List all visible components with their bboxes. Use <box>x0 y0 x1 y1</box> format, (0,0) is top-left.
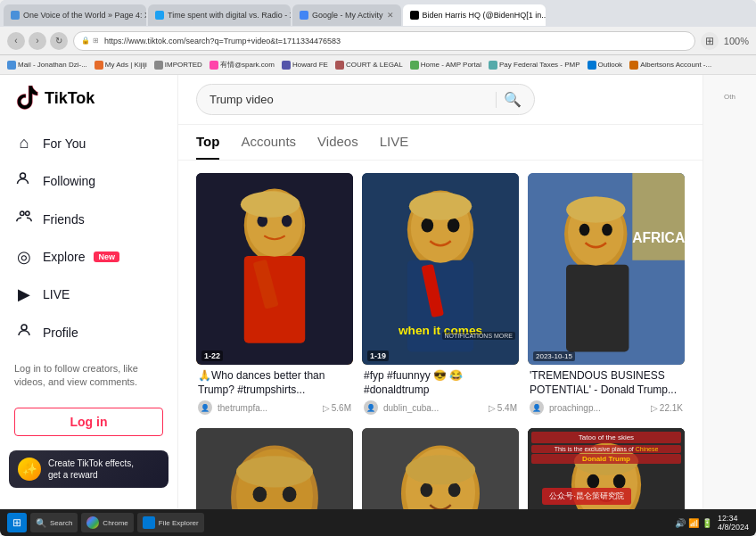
svg-point-0 <box>21 173 26 178</box>
explore-icon: ◎ <box>14 247 34 267</box>
login-button[interactable]: Log in <box>14 408 163 436</box>
sidebar-login-text: Log in to follow creators, like videos, … <box>0 351 177 400</box>
search-divider <box>496 92 497 108</box>
video-overlay-6: Tatoo of the skies This is the exclusive… <box>531 432 681 464</box>
sidebar-label-for-you: For You <box>43 136 86 151</box>
tiktok-logo-text: TikTok <box>45 89 94 108</box>
video-card-1[interactable]: 1-22 🙏Who dances better than Trump? #tru… <box>196 173 353 419</box>
sidebar-label-live: LIVE <box>43 287 70 301</box>
bookmark-home-amp[interactable]: Home - AMP Portal <box>410 61 481 70</box>
video-thumb-5 <box>362 428 519 509</box>
bookmark-mail[interactable]: Mail - Jonathan Dzi-... <box>7 61 87 70</box>
tab-top[interactable]: Top <box>196 125 219 160</box>
svg-rect-22 <box>632 173 685 260</box>
friends-icon <box>14 209 34 229</box>
svg-point-19 <box>409 193 472 220</box>
svg-rect-24 <box>566 265 629 352</box>
video-title-1: 🙏Who dances better than Trump? #trumpshi… <box>198 369 351 397</box>
bookmark-pay-federal[interactable]: Pay Federal Taxes - PMP <box>489 61 580 70</box>
video-card-6[interactable]: Tatoo of the skies This is the exclusive… <box>528 428 685 509</box>
effects-banner[interactable]: ✨ Create TikTok effects, get a reward <box>9 450 168 488</box>
video-avatar-2: 👤 <box>364 400 378 415</box>
nav-buttons: ‹ › ↻ <box>7 32 68 50</box>
taskbar-explorer-label: File Explorer <box>159 519 199 527</box>
video-views-1: ▷ 5.6M <box>323 403 351 413</box>
start-button[interactable]: ⊞ <box>7 513 27 532</box>
bookmark-spark[interactable]: 有情@spark.com <box>210 60 275 70</box>
address-box[interactable]: 🔒 ⊞ https://www.tiktok.com/search?q=Trum… <box>73 31 695 51</box>
play-icon-3: ▷ <box>651 403 658 413</box>
taskbar-chrome-label: Chrome <box>103 519 127 527</box>
tab-accounts[interactable]: Accounts <box>241 125 296 160</box>
sidebar-label-explore: Explore <box>43 250 85 264</box>
video-thumb-1: 1-22 <box>196 173 353 365</box>
video-card-2[interactable]: when it comes 1-19 NOTIFICATIONS MORE #f… <box>362 173 519 419</box>
svg-point-1 <box>21 211 25 216</box>
tab-close-3[interactable]: ✕ <box>387 11 394 20</box>
video-thumb-4 <box>196 428 353 509</box>
video-author-3: proachingp... <box>549 403 645 413</box>
video-title-2: #fyp #fuunnyy 😎 😂 #donaldtrump <box>364 369 517 397</box>
shield-icon: ⊞ <box>93 37 99 45</box>
video-watermark-2: NOTIFICATIONS MORE <box>362 332 519 340</box>
svg-point-36 <box>236 457 313 488</box>
effects-icon: ✨ <box>18 458 41 481</box>
bookmarks-bar: Mail - Jonathan Dzi-... My Ads | Kijiji … <box>0 55 756 75</box>
search-icon[interactable]: 🔍 <box>504 91 522 108</box>
tab-3[interactable]: Google - My Activity ✕ <box>292 4 401 26</box>
effects-text: Create TikTok effects, get a reward <box>48 458 134 481</box>
svg-point-28 <box>566 196 625 222</box>
reload-button[interactable]: ↻ <box>50 32 68 50</box>
video-card-5[interactable]: 👤 user5 <box>362 428 519 509</box>
svg-point-26 <box>579 224 590 236</box>
sidebar-item-following[interactable]: Following <box>0 161 177 200</box>
bookmark-court[interactable]: COURT & LEGAL <box>335 61 403 70</box>
play-icon-2: ▷ <box>489 403 496 413</box>
filter-tabs: Top Accounts Videos LIVE <box>178 125 703 161</box>
bookmark-kijiji[interactable]: My Ads | Kijiji <box>94 61 147 70</box>
video-author-2: dublin_cuba... <box>383 403 483 413</box>
bookmark-howard[interactable]: Howard FE <box>282 61 328 70</box>
tab-2[interactable]: Time spent with digital vs. Radio - X ✕ <box>148 4 291 26</box>
video-timestamp-1: 1-22 <box>201 350 223 361</box>
video-meta-3: 👤 proachingp... ▷ 22.1K <box>530 400 683 415</box>
bookmark-outlook[interactable]: Outlook <box>588 61 623 70</box>
video-card-3[interactable]: AFRICA 2023-10-15 'TREMENDOUS BUSINESS P… <box>528 173 685 419</box>
browser-window: One Voice of the World » Page 4: X ✕ Tim… <box>0 0 756 536</box>
video-title-3: 'TREMENDOUS BUSINESS POTENTIAL' - Donald… <box>530 369 683 397</box>
search-bar[interactable]: Trump video 🔍 <box>196 84 535 115</box>
sidebar-item-for-you[interactable]: ⌂ For You <box>0 125 177 161</box>
back-button[interactable]: ‹ <box>7 32 25 50</box>
bookmark-albertsons[interactable]: Albertsons Account -... <box>629 61 711 70</box>
tab-videos[interactable]: Videos <box>317 125 358 160</box>
video-date-3: 2023-10-15 <box>533 351 575 361</box>
tab-4[interactable]: Biden Harris HQ (@BidenHQ[1 in... - X ✕ <box>403 4 546 26</box>
tab-1[interactable]: One Voice of the World » Page 4: X ✕ <box>4 4 146 26</box>
explore-badge: New <box>94 252 119 262</box>
svg-point-3 <box>21 325 27 330</box>
sidebar-item-profile[interactable]: Profile <box>0 313 177 351</box>
tab-live[interactable]: LIVE <box>380 125 409 160</box>
taskbar-chrome[interactable]: Chrome <box>81 513 133 532</box>
tab-bar: One Voice of the World » Page 4: X ✕ Tim… <box>0 0 756 27</box>
svg-text:AFRICA: AFRICA <box>632 230 685 245</box>
sidebar-item-live[interactable]: ▶ LIVE <box>0 276 177 313</box>
right-panel: Oth <box>703 75 756 509</box>
sidebar-label-friends: Friends <box>43 212 85 227</box>
taskbar-search[interactable]: 🔍 Search <box>30 513 78 532</box>
sidebar-item-explore[interactable]: ◎ Explore New <box>0 238 177 276</box>
forward-button[interactable]: › <box>29 32 46 50</box>
sidebar-item-friends[interactable]: Friends <box>0 200 177 238</box>
address-icons: 🔒 ⊞ <box>81 37 99 45</box>
bookmark-imported[interactable]: IMPORTED <box>154 61 202 70</box>
svg-point-2 <box>26 211 30 216</box>
tiktok-logo-icon <box>14 86 39 111</box>
video-card-4[interactable]: Most Famous: Contact Cases 👤 user4 <box>196 428 353 509</box>
tiktok-sidebar: TikTok ⌂ For You Following <box>0 75 178 509</box>
home-icon: ⌂ <box>14 134 34 153</box>
extension-button[interactable]: ⊞ <box>701 32 719 50</box>
video-avatar-3: 👤 <box>530 400 544 415</box>
video-timestamp-2: 1-19 <box>367 350 389 361</box>
taskbar-explorer[interactable]: File Explorer <box>137 513 204 532</box>
address-bar-row: ‹ › ↻ 🔒 ⊞ https://www.tiktok.com/search?… <box>0 27 756 55</box>
